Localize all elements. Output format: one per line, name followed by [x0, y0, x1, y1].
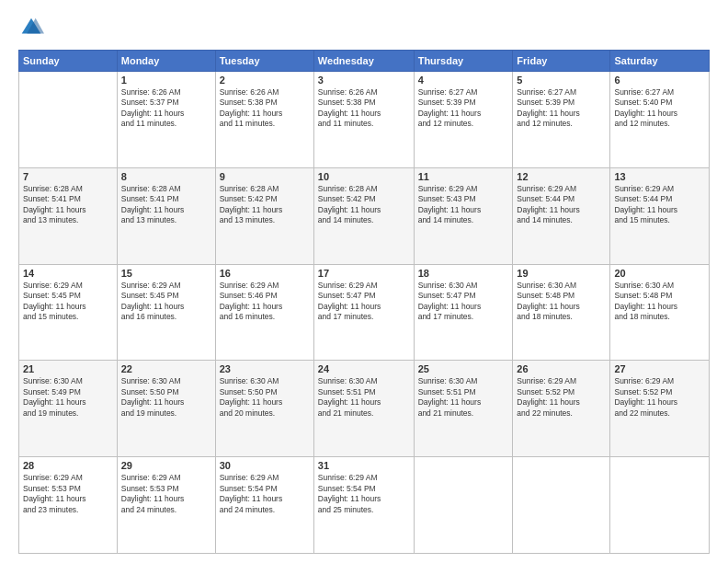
day-info: Sunrise: 6:27 AMSunset: 5:40 PMDaylight:…: [614, 87, 705, 130]
day-number: 19: [517, 268, 606, 279]
day-number: 25: [418, 363, 509, 374]
day-info: Sunrise: 6:30 AMSunset: 5:51 PMDaylight:…: [418, 376, 509, 419]
day-header-saturday: Saturday: [610, 51, 710, 72]
calendar-cell: 8Sunrise: 6:28 AMSunset: 5:41 PMDaylight…: [117, 167, 215, 264]
day-info: Sunrise: 6:26 AMSunset: 5:38 PMDaylight:…: [220, 87, 310, 130]
day-number: 31: [318, 460, 410, 471]
week-row-5: 28Sunrise: 6:29 AMSunset: 5:53 PMDayligh…: [19, 457, 710, 554]
day-number: 15: [121, 268, 211, 279]
page: SundayMondayTuesdayWednesdayThursdayFrid…: [0, 0, 728, 563]
calendar-cell: 20Sunrise: 6:30 AMSunset: 5:48 PMDayligh…: [610, 264, 710, 361]
day-header-sunday: Sunday: [19, 51, 118, 72]
day-number: 8: [121, 171, 211, 182]
day-number: 30: [220, 460, 310, 471]
calendar-cell: 23Sunrise: 6:30 AMSunset: 5:50 PMDayligh…: [215, 361, 313, 457]
calendar-cell: 10Sunrise: 6:28 AMSunset: 5:42 PMDayligh…: [313, 167, 414, 264]
calendar-cell: 19Sunrise: 6:30 AMSunset: 5:48 PMDayligh…: [513, 264, 610, 361]
calendar-header-row: SundayMondayTuesdayWednesdayThursdayFrid…: [19, 51, 710, 72]
calendar-cell: [19, 72, 118, 168]
day-info: Sunrise: 6:29 AMSunset: 5:46 PMDaylight:…: [220, 281, 310, 323]
day-number: 11: [418, 171, 509, 182]
day-info: Sunrise: 6:30 AMSunset: 5:48 PMDaylight:…: [517, 281, 606, 323]
calendar-cell: 11Sunrise: 6:29 AMSunset: 5:43 PMDayligh…: [414, 167, 513, 264]
day-info: Sunrise: 6:29 AMSunset: 5:47 PMDaylight:…: [318, 281, 410, 323]
day-number: 24: [318, 363, 410, 374]
day-number: 13: [614, 171, 705, 182]
day-info: Sunrise: 6:29 AMSunset: 5:54 PMDaylight:…: [220, 473, 310, 515]
calendar-cell: 18Sunrise: 6:30 AMSunset: 5:47 PMDayligh…: [414, 264, 513, 361]
calendar-cell: 15Sunrise: 6:29 AMSunset: 5:45 PMDayligh…: [117, 264, 215, 361]
day-number: 29: [121, 460, 211, 471]
day-number: 16: [220, 268, 310, 279]
day-info: Sunrise: 6:30 AMSunset: 5:50 PMDaylight:…: [220, 376, 310, 419]
day-number: 20: [614, 268, 705, 279]
day-info: Sunrise: 6:28 AMSunset: 5:42 PMDaylight:…: [318, 184, 410, 226]
calendar-cell: 13Sunrise: 6:29 AMSunset: 5:44 PMDayligh…: [610, 167, 710, 264]
header: [18, 15, 710, 40]
day-number: 7: [23, 171, 113, 182]
day-info: Sunrise: 6:29 AMSunset: 5:53 PMDaylight:…: [23, 473, 113, 515]
day-number: 12: [517, 171, 606, 182]
calendar-cell: [610, 457, 710, 554]
day-number: 18: [418, 268, 509, 279]
day-info: Sunrise: 6:29 AMSunset: 5:53 PMDaylight:…: [121, 473, 211, 515]
day-number: 4: [418, 75, 509, 86]
calendar-cell: 12Sunrise: 6:29 AMSunset: 5:44 PMDayligh…: [513, 167, 610, 264]
day-number: 10: [318, 171, 410, 182]
day-number: 21: [23, 363, 113, 374]
day-number: 22: [121, 363, 211, 374]
calendar-cell: 3Sunrise: 6:26 AMSunset: 5:38 PMDaylight…: [313, 72, 414, 168]
day-number: 27: [614, 363, 705, 374]
week-row-2: 7Sunrise: 6:28 AMSunset: 5:41 PMDaylight…: [19, 167, 710, 264]
day-number: 26: [517, 363, 606, 374]
calendar: SundayMondayTuesdayWednesdayThursdayFrid…: [18, 50, 710, 554]
calendar-cell: 9Sunrise: 6:28 AMSunset: 5:42 PMDaylight…: [215, 167, 313, 264]
day-number: 6: [614, 75, 705, 86]
logo-icon: [18, 15, 44, 40]
day-info: Sunrise: 6:29 AMSunset: 5:52 PMDaylight:…: [517, 376, 606, 419]
day-info: Sunrise: 6:29 AMSunset: 5:54 PMDaylight:…: [318, 473, 410, 515]
calendar-cell: 21Sunrise: 6:30 AMSunset: 5:49 PMDayligh…: [19, 361, 118, 457]
day-info: Sunrise: 6:29 AMSunset: 5:52 PMDaylight:…: [614, 376, 705, 419]
logo: [18, 15, 48, 40]
day-info: Sunrise: 6:29 AMSunset: 5:44 PMDaylight:…: [614, 184, 705, 226]
day-header-thursday: Thursday: [414, 51, 513, 72]
day-number: 17: [318, 268, 410, 279]
calendar-cell: [513, 457, 610, 554]
day-info: Sunrise: 6:29 AMSunset: 5:45 PMDaylight:…: [121, 281, 211, 323]
day-info: Sunrise: 6:28 AMSunset: 5:41 PMDaylight:…: [121, 184, 211, 226]
day-header-friday: Friday: [513, 51, 610, 72]
day-info: Sunrise: 6:29 AMSunset: 5:43 PMDaylight:…: [418, 184, 509, 226]
day-number: 5: [517, 75, 606, 86]
day-info: Sunrise: 6:26 AMSunset: 5:37 PMDaylight:…: [121, 87, 211, 130]
calendar-cell: 24Sunrise: 6:30 AMSunset: 5:51 PMDayligh…: [313, 361, 414, 457]
day-number: 1: [121, 75, 211, 86]
calendar-cell: 26Sunrise: 6:29 AMSunset: 5:52 PMDayligh…: [513, 361, 610, 457]
calendar-cell: 22Sunrise: 6:30 AMSunset: 5:50 PMDayligh…: [117, 361, 215, 457]
day-number: 3: [318, 75, 410, 86]
day-number: 28: [23, 460, 113, 471]
day-header-tuesday: Tuesday: [215, 51, 313, 72]
calendar-cell: 27Sunrise: 6:29 AMSunset: 5:52 PMDayligh…: [610, 361, 710, 457]
day-info: Sunrise: 6:30 AMSunset: 5:48 PMDaylight:…: [614, 281, 705, 323]
day-header-monday: Monday: [117, 51, 215, 72]
day-info: Sunrise: 6:28 AMSunset: 5:42 PMDaylight:…: [220, 184, 310, 226]
calendar-cell: 31Sunrise: 6:29 AMSunset: 5:54 PMDayligh…: [313, 457, 414, 554]
calendar-cell: 25Sunrise: 6:30 AMSunset: 5:51 PMDayligh…: [414, 361, 513, 457]
calendar-cell: 30Sunrise: 6:29 AMSunset: 5:54 PMDayligh…: [215, 457, 313, 554]
calendar-cell: 2Sunrise: 6:26 AMSunset: 5:38 PMDaylight…: [215, 72, 313, 168]
calendar-cell: 6Sunrise: 6:27 AMSunset: 5:40 PMDaylight…: [610, 72, 710, 168]
day-number: 2: [220, 75, 310, 86]
calendar-cell: [414, 457, 513, 554]
day-number: 23: [220, 363, 310, 374]
day-info: Sunrise: 6:27 AMSunset: 5:39 PMDaylight:…: [418, 87, 509, 130]
calendar-cell: 4Sunrise: 6:27 AMSunset: 5:39 PMDaylight…: [414, 72, 513, 168]
day-info: Sunrise: 6:26 AMSunset: 5:38 PMDaylight:…: [318, 87, 410, 130]
day-info: Sunrise: 6:27 AMSunset: 5:39 PMDaylight:…: [517, 87, 606, 130]
calendar-cell: 14Sunrise: 6:29 AMSunset: 5:45 PMDayligh…: [19, 264, 118, 361]
week-row-4: 21Sunrise: 6:30 AMSunset: 5:49 PMDayligh…: [19, 361, 710, 457]
day-header-wednesday: Wednesday: [313, 51, 414, 72]
day-info: Sunrise: 6:28 AMSunset: 5:41 PMDaylight:…: [23, 184, 113, 226]
calendar-cell: 7Sunrise: 6:28 AMSunset: 5:41 PMDaylight…: [19, 167, 118, 264]
week-row-1: 1Sunrise: 6:26 AMSunset: 5:37 PMDaylight…: [19, 72, 710, 168]
